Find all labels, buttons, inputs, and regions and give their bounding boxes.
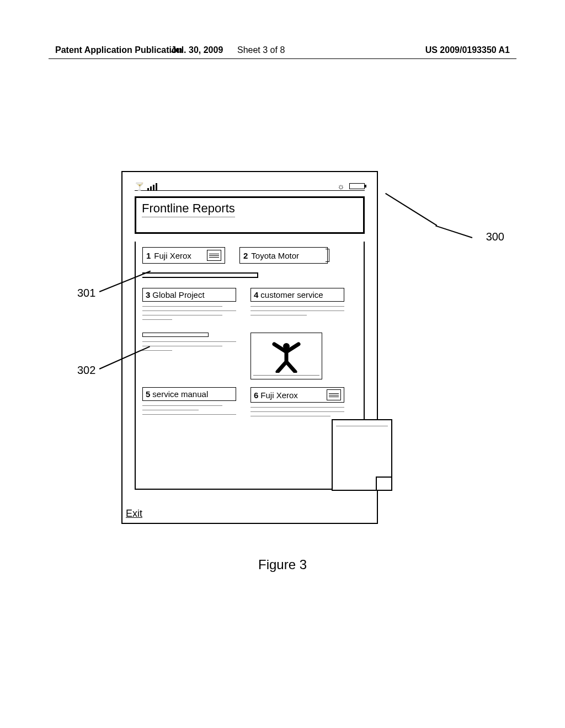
patent-figure-page: Patent Application Publication Jul. 30, … [0,0,565,728]
note-popup [332,419,392,491]
text-lines [142,341,236,351]
result-block-6[interactable]: 6 Fuji Xerox [250,387,344,420]
result-number: 4 [254,290,258,299]
result-label: Fuji Xerox [154,251,191,260]
snippet-left [142,333,236,355]
row-1: 1 Fuji Xerox 2 Toyota Motor [142,247,357,264]
signal-icon [147,183,157,190]
section-divider [142,272,258,278]
text-lines [250,306,344,315]
thumbnail-photo [250,333,322,379]
row-2b [142,333,357,379]
text-lines [250,407,344,416]
result-card-1[interactable]: 1 Fuji Xerox [142,247,225,264]
header-publication-type: Patent Application Publication [55,45,183,55]
martini-icon: 🍸 [135,183,144,190]
callout-302: 302 [77,364,95,377]
exit-softkey[interactable]: Exit [126,508,142,520]
battery-icon [349,183,365,189]
result-number: 3 [146,290,150,299]
text-lines [142,306,236,320]
text-lines [142,405,236,415]
results-panel: 1 Fuji Xerox 2 Toyota Motor 3 Global Pro… [135,242,365,490]
header-pubno: US 2009/0193350 A1 [425,45,510,55]
thumbnail-icon [327,389,341,400]
sun-icon: ☼ [337,182,345,190]
device-screen: 🍸 ☼ Frontline Reports 1 Fuji Xerox [121,171,378,524]
result-card-2[interactable]: 2 Toyota Motor [239,247,328,264]
result-block-3[interactable]: 3 Global Project [142,288,236,324]
callout-301: 301 [77,287,95,299]
person-silhouette-icon [270,340,303,373]
app-title-box: Frontline Reports [135,196,365,234]
result-block-5[interactable]: 5 service manual [142,387,236,420]
result-label: Global Project [152,290,204,299]
result-card-5: 5 service manual [142,387,236,401]
status-left: 🍸 [135,183,157,190]
header-rule [49,58,516,59]
result-number: 1 [146,251,151,260]
header-sheet: Sheet 3 of 8 [237,45,285,55]
result-card-3: 3 Global Project [142,288,236,302]
result-label: Toyota Motor [251,251,299,260]
row-3: 5 service manual 6 Fuji Xerox [142,387,357,420]
row-2: 3 Global Project 4 customer service [142,288,357,324]
result-label: customer service [260,290,323,299]
leader-line [385,193,437,226]
figure-label: Figure 3 [0,557,565,572]
status-bar: 🍸 ☼ [135,178,365,191]
callout-300: 300 [486,231,504,243]
leader-line [435,225,472,238]
result-label: Fuji Xerox [260,390,298,400]
page-fold-icon [376,477,392,491]
result-number: 5 [146,389,150,399]
result-label: service manual [152,389,208,399]
result-card-4: 4 customer service [250,288,344,302]
snippet-bar [142,333,209,337]
app-title: Frontline Reports [142,201,235,217]
result-block-4[interactable]: 4 customer service [250,288,344,324]
header-date: Jul. 30, 2009 [171,45,223,55]
result-number: 2 [243,251,248,260]
result-number: 6 [254,390,258,400]
result-card-6: 6 Fuji Xerox [250,387,344,403]
status-right: ☼ [337,182,365,190]
thumbnail-icon [207,250,221,261]
